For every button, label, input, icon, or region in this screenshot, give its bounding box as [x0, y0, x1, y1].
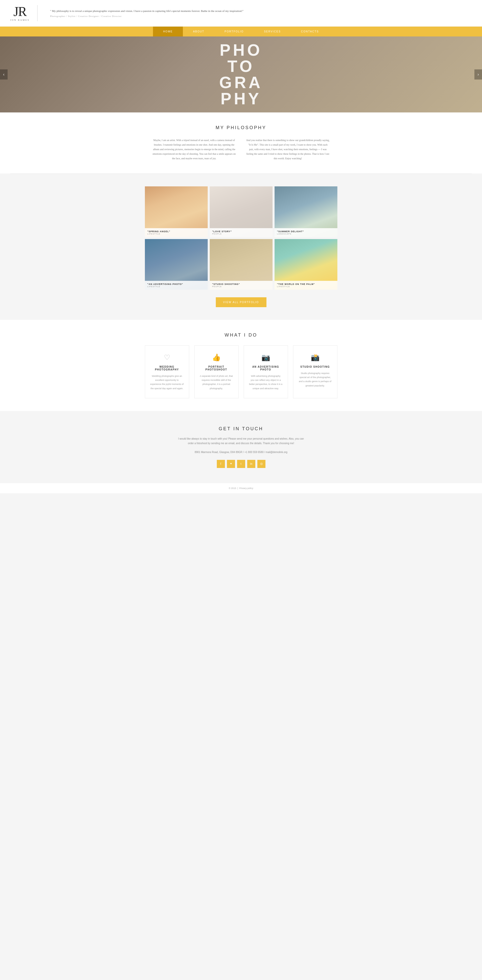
- social-facebook-button[interactable]: f: [217, 460, 225, 468]
- portfolio-caption-studio: "STUDIO SHOOTING" PEOPLE: [210, 281, 272, 290]
- services-grid: ♡ WEDDING PHOTOGRAPHY Wedding photograph…: [145, 345, 337, 398]
- service-wedding-title: WEDDING PHOTOGRAPHY: [150, 366, 184, 371]
- logo-area: JR JON RAMES: [10, 5, 38, 21]
- philosophy-col-2: And you realize that there is something …: [246, 138, 330, 161]
- portfolio-caption-world: "THE WORLD ON THE PALM" LIFESTYLE: [275, 281, 337, 290]
- portfolio-item-advertising[interactable]: "AN ADVERTISING PHOTO" LIFESTYLE: [145, 239, 208, 290]
- service-studio-desc: Studio photography requires special art …: [298, 371, 332, 388]
- service-portrait: 👍 PORTRAIT PHOTOSHOOT A separate kind of…: [194, 345, 239, 398]
- contact-section: GET IN TOUCH I would like always to stay…: [0, 411, 482, 483]
- social-star-button[interactable]: ✦: [227, 460, 235, 468]
- services-title: WHAT I DO: [10, 332, 472, 338]
- portfolio-item-studio[interactable]: "STUDIO SHOOTING" PEOPLE: [210, 239, 272, 290]
- social-icons-group: f ✦ t in ◎: [10, 460, 472, 468]
- slider-next-button[interactable]: ›: [474, 69, 482, 80]
- philosophy-columns: Maybe, I am an artist. With a tripod ins…: [153, 138, 330, 161]
- nav-contacts[interactable]: CONTACTS: [291, 27, 329, 37]
- header-text: " My philosophy is to reveal a unique ph…: [45, 9, 472, 18]
- social-instagram-button[interactable]: ◎: [257, 460, 266, 468]
- service-portrait-desc: A separate kind of photo art, that requi…: [200, 374, 233, 390]
- portfolio-caption-love: "LOVE STORY" PEOPLE: [210, 228, 272, 237]
- nav-portfolio[interactable]: PORTFOLIO: [215, 27, 254, 37]
- social-twitter-button[interactable]: t: [237, 460, 245, 468]
- logo-letters: JR: [13, 5, 26, 18]
- contact-info: 8901 Marmora Road, Glasgow, D04 89GR / +…: [10, 451, 472, 453]
- slider-prev-button[interactable]: ‹: [0, 69, 8, 80]
- portfolio-section: "SPRING ANGEL" LIFESTYLE "LOVE STORY" PE…: [0, 174, 482, 320]
- portfolio-item-summer[interactable]: "SUMMER DELIGHT" LANDSCAPE: [275, 186, 337, 237]
- portfolio-bg-studio: "STUDIO SHOOTING" PEOPLE: [210, 239, 272, 290]
- site-header: JR JON RAMES " My philosophy is to revea…: [0, 0, 482, 27]
- portfolio-grid: "SPRING ANGEL" LIFESTYLE "LOVE STORY" PE…: [145, 186, 337, 290]
- portfolio-bg-world: "THE WORLD ON THE PALM" LIFESTYLE: [275, 239, 337, 290]
- studio-icon: 📸: [298, 353, 332, 362]
- service-advertising-desc: With advertising photography you can ref…: [249, 374, 283, 390]
- nav-about[interactable]: ABOUT: [183, 27, 214, 37]
- thumbsup-icon: 👍: [200, 353, 233, 362]
- portfolio-bg-advertising: "AN ADVERTISING PHOTO" LIFESTYLE: [145, 239, 208, 290]
- camera-icon: 📷: [249, 353, 283, 362]
- philosophy-section: MY PHILOSOPHY Maybe, I am an artist. Wit…: [0, 113, 482, 173]
- portfolio-item-world[interactable]: "THE WORLD ON THE PALM" LIFESTYLE: [275, 239, 337, 290]
- heart-icon: ♡: [150, 353, 184, 362]
- philosophy-col-1: Maybe, I am an artist. With a tripod ins…: [153, 138, 236, 161]
- social-linkedin-button[interactable]: in: [247, 460, 255, 468]
- contact-description: I would like always to stay in touch wit…: [178, 437, 304, 446]
- services-section: WHAT I DO ♡ WEDDING PHOTOGRAPHY Wedding …: [0, 320, 482, 411]
- privacy-policy-link[interactable]: Privacy policy: [239, 487, 253, 490]
- hero-title: PHOTOGRAPHY: [219, 42, 262, 107]
- portfolio-bg-summer: "SUMMER DELIGHT" LANDSCAPE: [275, 186, 337, 237]
- service-portrait-title: PORTRAIT PHOTOSHOOT: [200, 366, 233, 371]
- portfolio-bg-spring: "SPRING ANGEL" LIFESTYLE: [145, 186, 208, 237]
- main-nav: HOME ABOUT PORTFOLIO SERVICES CONTACTS: [0, 27, 482, 37]
- portfolio-caption-summer: "SUMMER DELIGHT" LANDSCAPE: [275, 228, 337, 237]
- header-subtitle: Photographer / Stylist / Creative Design…: [50, 15, 472, 18]
- portfolio-caption-spring: "SPRING ANGEL" LIFESTYLE: [145, 228, 208, 237]
- nav-services[interactable]: SERVICES: [254, 27, 291, 37]
- portfolio-item-spring[interactable]: "SPRING ANGEL" LIFESTYLE: [145, 186, 208, 237]
- hero-slider: ‹ PHOTOGRAPHY ›: [0, 37, 482, 113]
- nav-home[interactable]: HOME: [153, 27, 183, 37]
- service-wedding-desc: Wedding photographs give an excellent op…: [150, 374, 184, 390]
- portfolio-caption-advertising: "AN ADVERTISING PHOTO" LIFESTYLE: [145, 281, 208, 290]
- service-advertising-title: AN ADVERTISING PHOTO: [249, 366, 283, 371]
- view-all-portfolio-button[interactable]: VIEW ALL PORTFOLIO: [216, 297, 266, 307]
- logo-name: JON RAMES: [10, 19, 30, 21]
- site-footer: © 2015 | Privacy policy: [0, 483, 482, 493]
- service-studio-title: STUDIO SHOOTING: [298, 366, 332, 368]
- philosophy-title: MY PHILOSOPHY: [10, 125, 472, 130]
- portfolio-item-love[interactable]: "LOVE STORY" PEOPLE: [210, 186, 272, 237]
- hero-overlay: PHOTOGRAPHY: [219, 42, 262, 107]
- copyright: © 2015: [229, 487, 236, 490]
- service-advertising: 📷 AN ADVERTISING PHOTO With advertising …: [243, 345, 288, 398]
- portfolio-bg-love: "LOVE STORY" PEOPLE: [210, 186, 272, 237]
- service-studio: 📸 STUDIO SHOOTING Studio photography req…: [293, 345, 337, 398]
- contact-title: GET IN TOUCH: [10, 426, 472, 431]
- header-quote: " My philosophy is to reveal a unique ph…: [50, 9, 472, 13]
- service-wedding: ♡ WEDDING PHOTOGRAPHY Wedding photograph…: [145, 345, 189, 398]
